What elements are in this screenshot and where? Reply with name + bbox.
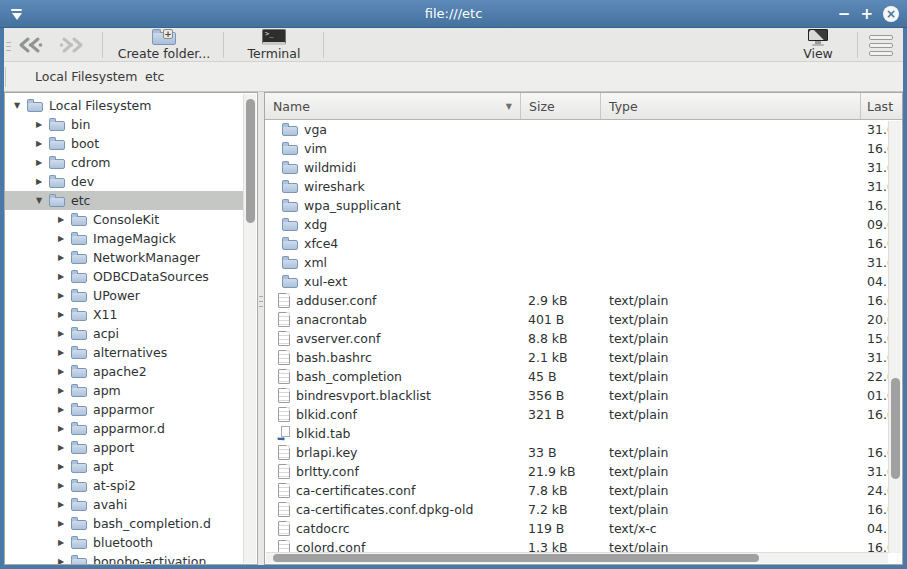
file-row[interactable]: wireshark 31.0 <box>265 177 902 196</box>
view-button[interactable]: View <box>787 29 849 61</box>
expander-icon[interactable]: ▶ <box>55 443 67 452</box>
expander-icon[interactable]: ▶ <box>55 329 67 338</box>
expander-icon[interactable]: ▶ <box>55 405 67 414</box>
breadcrumb-local-filesystem[interactable]: Local Filesystem <box>35 62 137 92</box>
tree-item[interactable]: ▶ apparmor.d <box>5 419 243 438</box>
titlebar[interactable]: file:///etc − + × <box>0 0 907 28</box>
expander-icon[interactable]: ▶ <box>55 538 67 547</box>
tree-item[interactable]: ▶ bash_completion.d <box>5 514 243 533</box>
file-row[interactable]: bash_completion 45 B text/plain 22.0 <box>265 367 902 386</box>
expander-icon[interactable]: ▶ <box>55 367 67 376</box>
tree-item[interactable]: ▶ cdrom <box>5 153 243 172</box>
expander-icon[interactable]: ▶ <box>55 424 67 433</box>
column-header-size[interactable]: Size <box>521 93 601 119</box>
forward-button[interactable] <box>54 32 88 58</box>
tree-item[interactable]: ▶ bonobo-activation <box>5 552 243 565</box>
expander-icon[interactable]: ▶ <box>55 310 67 319</box>
list-horizontal-scrollbar-thumb[interactable] <box>273 554 759 562</box>
expander-icon[interactable]: ▶ <box>55 500 67 509</box>
tree-item[interactable]: ▶ boot <box>5 134 243 153</box>
file-row[interactable]: brlapi.key 33 B text/plain 16.0 <box>265 443 902 462</box>
file-row[interactable]: ca-certificates.conf 7.8 kB text/plain 2… <box>265 481 902 500</box>
expander-icon[interactable]: ▶ <box>55 557 67 565</box>
list-vertical-scrollbar[interactable] <box>888 121 901 553</box>
expander-icon[interactable]: ▶ <box>33 120 45 129</box>
tree-item[interactable]: ▼ etc <box>5 191 243 210</box>
list-horizontal-scrollbar[interactable] <box>266 552 888 563</box>
breadcrumb-etc[interactable]: etc <box>145 62 164 92</box>
expander-icon[interactable]: ▶ <box>33 139 45 148</box>
expander-icon[interactable]: ▶ <box>55 519 67 528</box>
file-row[interactable]: xdg 09.0 <box>265 215 902 234</box>
tree-scrollbar[interactable] <box>243 94 256 563</box>
toolbar-grip[interactable] <box>6 39 11 52</box>
file-row[interactable]: xml 31.0 <box>265 253 902 272</box>
tree-item[interactable]: ▶ bin <box>5 115 243 134</box>
tree-item[interactable]: ▶ bluetooth <box>5 533 243 552</box>
tree-item[interactable]: ▶ avahi <box>5 495 243 514</box>
expander-icon[interactable]: ▶ <box>55 291 67 300</box>
tree-item[interactable]: ▶ X11 <box>5 305 243 324</box>
expander-icon[interactable]: ▶ <box>55 253 67 262</box>
expander-icon[interactable]: ▶ <box>55 481 67 490</box>
tree-item[interactable]: ▶ ODBCDataSources <box>5 267 243 286</box>
file-row[interactable]: bash.bashrc 2.1 kB text/plain 31.0 <box>265 348 902 367</box>
file-row[interactable]: bindresvport.blacklist 356 B text/plain … <box>265 386 902 405</box>
file-row[interactable]: adduser.conf 2.9 kB text/plain 16.0 <box>265 291 902 310</box>
expander-icon[interactable]: ▶ <box>55 462 67 471</box>
expander-icon[interactable]: ▼ <box>11 101 23 110</box>
file-row[interactable]: wpa_supplicant 16.1 <box>265 196 902 215</box>
file-row[interactable]: blkid.conf 321 B text/plain 16.0 <box>265 405 902 424</box>
back-icon <box>16 36 46 54</box>
close-button[interactable]: × <box>883 6 899 22</box>
column-header-name[interactable]: Name ▼ <box>265 93 521 119</box>
list-vertical-scrollbar-thumb[interactable] <box>891 378 900 479</box>
terminal-button[interactable]: >_ Terminal <box>228 29 320 61</box>
column-header-last-modified[interactable]: Last <box>861 93 902 119</box>
expander-icon[interactable]: ▶ <box>55 215 67 224</box>
tree-item[interactable]: ▶ apport <box>5 438 243 457</box>
tree-item[interactable]: ▶ ConsoleKit <box>5 210 243 229</box>
file-row[interactable]: vim 16.0 <box>265 139 902 158</box>
file-size: 2.1 kB <box>521 350 601 365</box>
file-row[interactable]: avserver.conf 8.8 kB text/plain 15.0 <box>265 329 902 348</box>
minimize-button[interactable]: − <box>838 7 851 21</box>
file-row[interactable]: brltty.conf 21.9 kB text/plain 31.0 <box>265 462 902 481</box>
expander-icon[interactable]: ▶ <box>55 386 67 395</box>
expander-icon[interactable]: ▶ <box>33 158 45 167</box>
tree-item[interactable]: ▶ dev <box>5 172 243 191</box>
tree-item[interactable]: ▼ Local Filesystem <box>5 96 243 115</box>
tree-item[interactable]: ▶ UPower <box>5 286 243 305</box>
tree-scrollbar-thumb[interactable] <box>246 99 255 223</box>
expander-icon[interactable]: ▶ <box>55 234 67 243</box>
file-row[interactable]: xul-ext 04.1 <box>265 272 902 291</box>
back-button[interactable] <box>14 32 48 58</box>
maximize-button[interactable]: + <box>860 7 873 21</box>
file-row[interactable]: anacrontab 401 B text/plain 20.0 <box>265 310 902 329</box>
expander-icon[interactable]: ▼ <box>33 196 45 205</box>
tree-item[interactable]: ▶ at-spi2 <box>5 476 243 495</box>
file-row[interactable]: ➥ blkid.tab <box>265 424 902 443</box>
file-row[interactable]: ca-certificates.conf.dpkg-old 7.2 kB tex… <box>265 500 902 519</box>
tree-item[interactable]: ▶ apparmor <box>5 400 243 419</box>
tree-item[interactable]: ▶ apm <box>5 381 243 400</box>
create-folder-button[interactable]: + Create folder... <box>107 29 221 61</box>
tree-item[interactable]: ▶ NetworkManager <box>5 248 243 267</box>
tree-item[interactable]: ▶ apt <box>5 457 243 476</box>
file-list-pane: Name ▼ Size Type Last vga 31.0 vim 16.0 … <box>264 92 903 565</box>
expander-icon[interactable]: ▶ <box>55 272 67 281</box>
tree-item[interactable]: ▶ ImageMagick <box>5 229 243 248</box>
tree-item[interactable]: ▶ acpi <box>5 324 243 343</box>
folder-icon <box>71 422 87 435</box>
file-row[interactable]: catdocrc 119 B text/x-c 04.1 <box>265 519 902 538</box>
file-row[interactable]: wildmidi 31.0 <box>265 158 902 177</box>
expander-icon[interactable]: ▶ <box>55 348 67 357</box>
expander-icon[interactable]: ▶ <box>33 177 45 186</box>
tree-item[interactable]: ▶ alternatives <box>5 343 243 362</box>
tree-item[interactable]: ▶ apache2 <box>5 362 243 381</box>
create-folder-label: Create folder... <box>118 46 211 61</box>
file-row[interactable]: xfce4 16.0 <box>265 234 902 253</box>
menu-button[interactable] <box>864 29 898 61</box>
column-header-type[interactable]: Type <box>601 93 861 119</box>
file-row[interactable]: vga 31.0 <box>265 120 902 139</box>
